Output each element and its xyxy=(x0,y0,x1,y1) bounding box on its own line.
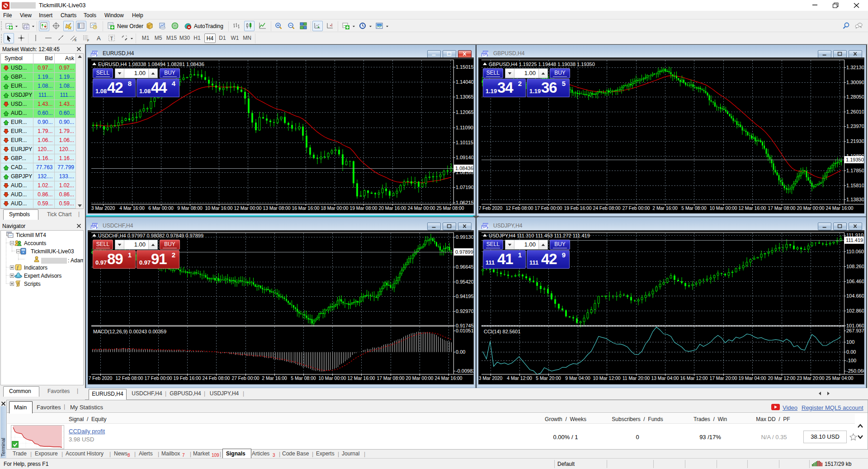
svg-text:17 Mar 08:00: 17 Mar 08:00 xyxy=(377,376,404,381)
svg-text:1.23970: 1.23970 xyxy=(846,123,864,129)
svg-text:-250.066: -250.066 xyxy=(846,368,864,374)
svg-text:0.00: 0.00 xyxy=(846,349,856,355)
svg-text:20 Mar 00:00: 20 Mar 00:00 xyxy=(406,376,433,381)
svg-text:1.21930: 1.21930 xyxy=(846,138,864,144)
svg-text:1.07190: 1.07190 xyxy=(456,185,473,190)
svg-text:100: 100 xyxy=(846,339,854,345)
svg-text:3 Mar 2020: 3 Mar 2020 xyxy=(91,206,115,211)
svg-text:17 Feb 00:00: 17 Feb 00:00 xyxy=(534,206,562,211)
svg-text:0.96645: 0.96645 xyxy=(456,264,473,270)
svg-text:23 Mar 20:00: 23 Mar 20:00 xyxy=(797,376,824,381)
svg-text:4 Mar 12:00: 4 Mar 12:00 xyxy=(507,376,532,381)
svg-text:1.15015: 1.15015 xyxy=(456,64,473,70)
svg-text:12 Mar 00:00: 12 Mar 00:00 xyxy=(234,206,261,211)
svg-text:1.06215: 1.06215 xyxy=(456,200,473,205)
svg-text:20 Mar 12:00: 20 Mar 12:00 xyxy=(768,376,795,381)
svg-text:19 Feb 16:00: 19 Feb 16:00 xyxy=(564,206,591,211)
svg-text:110.060: 110.060 xyxy=(846,249,864,254)
svg-text:106.460: 106.460 xyxy=(846,279,864,284)
svg-text:25 Mar 04:00: 25 Mar 04:00 xyxy=(826,376,853,381)
svg-text:12 Feb 08:00: 12 Feb 08:00 xyxy=(115,376,143,381)
svg-text:12 Mar 16:00: 12 Mar 16:00 xyxy=(347,376,375,381)
svg-text:1.14040: 1.14040 xyxy=(456,79,473,85)
svg-text:9 Mar 08:00: 9 Mar 08:00 xyxy=(177,206,203,211)
svg-text:1.12065: 1.12065 xyxy=(456,109,473,115)
svg-text:E: E xyxy=(75,38,77,42)
svg-text:1.13065: 1.13065 xyxy=(456,94,473,99)
svg-text:USDJPY,H4 111.310 111.453 111: USDJPY,H4 111.310 111.453 111.272 111.41… xyxy=(489,233,590,238)
svg-text:267.9371: 267.9371 xyxy=(846,328,864,333)
svg-text:CCI(14) 82.5601: CCI(14) 82.5601 xyxy=(484,329,520,334)
svg-text:16 Mar 12:00: 16 Mar 12:00 xyxy=(680,376,708,381)
svg-text:5 Mar 08:00: 5 Mar 08:00 xyxy=(291,376,316,381)
svg-text:20 Mar 16:00: 20 Mar 16:00 xyxy=(378,206,406,211)
svg-text:16 Mar 16:00: 16 Mar 16:00 xyxy=(292,206,319,211)
svg-text:19 Mar 08:00: 19 Mar 08:00 xyxy=(349,206,377,211)
svg-text:17 Mar 08:00: 17 Mar 08:00 xyxy=(768,206,795,211)
svg-text:12 Mar 16:00: 12 Mar 16:00 xyxy=(738,206,766,211)
svg-text:10 Mar 12:00: 10 Mar 12:00 xyxy=(593,376,620,381)
svg-text:0.99130: 0.99130 xyxy=(456,234,473,240)
svg-text:24 Mar 16:00: 24 Mar 16:00 xyxy=(826,206,853,211)
svg-text:0.92970: 0.92970 xyxy=(456,308,473,314)
svg-text:13 Mar 08:00: 13 Mar 08:00 xyxy=(263,206,290,211)
svg-text:F: F xyxy=(87,39,89,42)
svg-text:12 Feb 08:00: 12 Feb 08:00 xyxy=(505,206,533,211)
svg-text:0.00: 0.00 xyxy=(456,349,465,355)
svg-text:5 Mar 08:00: 5 Mar 08:00 xyxy=(681,206,707,211)
svg-text:10 Mar 16:00: 10 Mar 16:00 xyxy=(205,206,232,211)
svg-text:1.19350: 1.19350 xyxy=(846,157,864,162)
svg-text:27 Feb 00:00: 27 Feb 00:00 xyxy=(231,376,259,381)
svg-text:2 Mar 16:00: 2 Mar 16:00 xyxy=(262,376,287,381)
svg-text:1.32130: 1.32130 xyxy=(846,65,864,70)
svg-text:1.13830: 1.13830 xyxy=(846,197,864,202)
svg-text:0.95420: 0.95420 xyxy=(456,279,473,284)
svg-text:1.15810: 1.15810 xyxy=(846,183,864,188)
svg-text:1.30090: 1.30090 xyxy=(846,80,864,85)
svg-text:0.94195: 0.94195 xyxy=(456,294,473,299)
svg-text:25 Mar 08:00: 25 Mar 08:00 xyxy=(436,206,464,211)
svg-text:MACD(12,26,9) 0.00243 0.00359: MACD(12,26,9) 0.00243 0.00359 xyxy=(93,329,166,334)
svg-text:111.419: 111.419 xyxy=(846,237,863,243)
svg-text:11 Mar 20:00: 11 Mar 20:00 xyxy=(623,376,650,381)
svg-text:GBPUSD,H4 1.19225 1.19448 1.1: GBPUSD,H4 1.19225 1.19448 1.19038 1.1935… xyxy=(489,62,595,67)
svg-text:EURUSD,H4 1.08338 1.08494 1.0: EURUSD,H4 1.08338 1.08494 1.08281 1.0843… xyxy=(98,62,204,67)
svg-text:1.10115: 1.10115 xyxy=(456,140,473,145)
svg-text:10 Mar 00:00: 10 Mar 00:00 xyxy=(709,206,737,211)
svg-text:2 Mar 16:00: 2 Mar 16:00 xyxy=(652,206,678,211)
svg-text:18 Mar 00:00: 18 Mar 00:00 xyxy=(321,206,348,211)
svg-text:24 Feb 08:00: 24 Feb 08:00 xyxy=(593,206,620,211)
svg-text:1.26010: 1.26010 xyxy=(846,109,864,114)
svg-text:6 Mar 00:00: 6 Mar 00:00 xyxy=(148,206,174,211)
svg-text:0.97899: 0.97899 xyxy=(455,249,473,255)
svg-text:USDCHF,H4 0.97997 0.98082 0.9: USDCHF,H4 0.97997 0.98082 0.97849 0.9789… xyxy=(98,233,203,238)
svg-text:17 Feb 00:00: 17 Feb 00:00 xyxy=(144,376,172,381)
svg-text:13 Mar 04:00: 13 Mar 04:00 xyxy=(651,376,679,381)
svg-text:102.860: 102.860 xyxy=(846,308,864,313)
svg-text:19 Mar 04:00: 19 Mar 04:00 xyxy=(738,376,766,381)
svg-text:27 Feb 00:00: 27 Feb 00:00 xyxy=(622,206,650,211)
svg-text:T: T xyxy=(110,36,113,41)
svg-text:24 Mar 16:00: 24 Mar 16:00 xyxy=(434,376,462,381)
svg-text:19 Feb 16:00: 19 Feb 16:00 xyxy=(173,376,201,381)
svg-text:24 Mar 00:00: 24 Mar 00:00 xyxy=(407,206,435,211)
svg-text:4 Mar 16:00: 4 Mar 16:00 xyxy=(119,206,145,211)
svg-text:7 Feb 2020: 7 Feb 2020 xyxy=(89,376,113,381)
svg-text:-0.00982: -0.00982 xyxy=(456,368,473,374)
svg-text:9 Mar 04:00: 9 Mar 04:00 xyxy=(565,376,590,381)
svg-text:3 Mar 2020: 3 Mar 2020 xyxy=(479,376,503,381)
svg-text:7 Feb 2020: 7 Feb 2020 xyxy=(479,206,503,211)
svg-text:5 Mar 20:00: 5 Mar 20:00 xyxy=(536,376,561,381)
svg-text:A: A xyxy=(97,35,101,42)
svg-text:20 Mar 00:00: 20 Mar 00:00 xyxy=(797,206,824,211)
svg-text:10 Mar 00:00: 10 Mar 00:00 xyxy=(318,376,346,381)
svg-text:108.260: 108.260 xyxy=(846,264,864,269)
svg-text:0.01051: 0.01051 xyxy=(456,328,473,333)
svg-text:1.17850: 1.17850 xyxy=(846,168,864,173)
svg-text:1.28050: 1.28050 xyxy=(846,94,864,99)
svg-text:-100: -100 xyxy=(846,358,856,363)
svg-text:17 Mar 20:00: 17 Mar 20:00 xyxy=(709,376,737,381)
svg-text:1.08436: 1.08436 xyxy=(455,166,473,171)
svg-text:1.09140: 1.09140 xyxy=(456,155,473,160)
svg-text:104.660: 104.660 xyxy=(846,293,864,298)
